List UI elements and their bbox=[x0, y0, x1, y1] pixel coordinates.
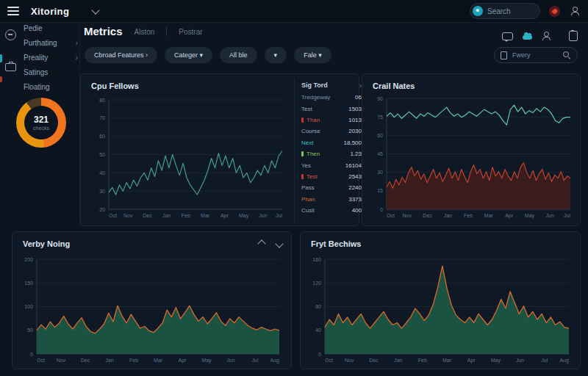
svg-text:30: 30 bbox=[99, 189, 105, 194]
svg-text:Jan: Jan bbox=[162, 213, 171, 218]
stat-marker bbox=[301, 174, 304, 179]
location-icon bbox=[473, 6, 483, 16]
svg-text:Nov: Nov bbox=[123, 213, 133, 218]
stat-value: 06 bbox=[355, 94, 362, 101]
filter-input-wrap bbox=[494, 47, 578, 63]
svg-text:40: 40 bbox=[99, 170, 105, 176]
panel-fryt: Fryt Bechiws 16012080400OctNovDecJanFebM… bbox=[300, 231, 581, 369]
svg-text:80: 80 bbox=[315, 304, 321, 309]
alert-icon[interactable] bbox=[549, 6, 560, 17]
sidebar-item-label: Purthating bbox=[24, 39, 57, 47]
stats-header: Sig Tord › bbox=[301, 79, 362, 92]
menu-icon[interactable] bbox=[7, 7, 19, 15]
fryt-chart-svg: 16012080400OctNovDecJanFebMarAprMayJunJu… bbox=[307, 256, 573, 364]
stat-row[interactable]: Test2543 bbox=[301, 171, 362, 182]
sidebar-menu: PediePurthating›Preality›SatingsFloating bbox=[24, 21, 78, 94]
filter-chip-2[interactable]: All ble bbox=[220, 47, 257, 63]
stat-label: Cusil bbox=[301, 207, 315, 214]
verby-chart-svg: 200150100500OctNovDecJanFebMarAprMayJunJ… bbox=[19, 256, 284, 364]
svg-text:Nov: Nov bbox=[345, 358, 354, 363]
svg-text:Mar: Mar bbox=[154, 358, 163, 363]
stat-value: 2030 bbox=[348, 128, 362, 134]
brand-chevron-down-icon[interactable] bbox=[92, 6, 100, 14]
svg-text:50: 50 bbox=[99, 152, 105, 157]
stats-panel: Sig Tord › Tredgeway06Test1503Than1013Co… bbox=[294, 79, 362, 223]
tools-icon[interactable] bbox=[5, 63, 16, 71]
svg-text:Feb: Feb bbox=[182, 213, 190, 218]
filter-chip-4[interactable]: Fale ▾ bbox=[294, 47, 331, 63]
svg-text:May: May bbox=[239, 213, 249, 219]
stat-row[interactable]: Cusil400 bbox=[301, 205, 362, 216]
chat-icon[interactable] bbox=[502, 32, 513, 40]
chevron-up-icon[interactable] bbox=[257, 239, 265, 247]
tab-alston[interactable]: Alston bbox=[135, 28, 155, 37]
red-edge-marker bbox=[0, 76, 2, 82]
stat-row[interactable]: Yes16104 bbox=[301, 159, 362, 170]
panel-crail: Crail Nates 9075604530150OctNovDecJanFeb… bbox=[362, 73, 581, 226]
stat-marker bbox=[301, 151, 304, 156]
svg-text:Dec: Dec bbox=[143, 213, 152, 218]
stat-value: 2240 bbox=[348, 184, 362, 191]
cloud-icon[interactable] bbox=[523, 35, 532, 40]
svg-text:20: 20 bbox=[99, 207, 105, 212]
cpu-chart-svg: 80706050403020OctNovDecJanFebMarAprMayJu… bbox=[91, 96, 287, 220]
stat-row[interactable]: Test1503 bbox=[301, 103, 362, 114]
sidebar-item-0[interactable]: Pedie bbox=[24, 21, 78, 35]
svg-text:Jun: Jun bbox=[259, 213, 267, 218]
svg-text:May: May bbox=[201, 358, 212, 364]
stat-row[interactable]: Tredgeway06 bbox=[301, 92, 362, 103]
stat-value: 16104 bbox=[345, 162, 362, 169]
stat-value: 2543 bbox=[348, 173, 362, 180]
tab-postrar[interactable]: Postrar bbox=[179, 28, 202, 37]
search-icon[interactable] bbox=[563, 51, 571, 59]
stat-label: Test bbox=[301, 106, 312, 112]
stat-row[interactable]: Then1.23 bbox=[301, 148, 362, 159]
svg-text:0: 0 bbox=[318, 352, 321, 357]
stat-label: Test bbox=[301, 173, 318, 180]
svg-text:May: May bbox=[491, 358, 501, 364]
stats-title: Sig Tord bbox=[301, 82, 328, 89]
sidebar-item-1[interactable]: Purthating› bbox=[24, 35, 78, 50]
svg-text:Jun: Jun bbox=[226, 358, 234, 363]
filter-chip-1[interactable]: Categer ▾ bbox=[165, 47, 212, 63]
svg-text:Apr: Apr bbox=[220, 213, 229, 219]
svg-text:90: 90 bbox=[377, 96, 383, 101]
donut-value: 321 bbox=[34, 115, 49, 125]
chevron-down-icon[interactable] bbox=[275, 239, 283, 247]
stat-row[interactable]: Phan3373 bbox=[301, 194, 362, 205]
stat-row[interactable]: Course2030 bbox=[301, 126, 362, 137]
global-search[interactable]: Search bbox=[470, 3, 540, 19]
stat-label: Tredgeway bbox=[301, 94, 330, 101]
filter-input[interactable] bbox=[511, 51, 559, 59]
svg-text:Jul: Jul bbox=[541, 358, 548, 363]
svg-text:May: May bbox=[525, 213, 535, 219]
dashboard-icon[interactable] bbox=[5, 29, 16, 40]
stat-row[interactable]: Next18,500 bbox=[301, 137, 362, 148]
stat-row[interactable]: Than1013 bbox=[301, 115, 362, 126]
svg-text:Jul: Jul bbox=[252, 358, 259, 363]
svg-text:Oct: Oct bbox=[325, 358, 333, 363]
stat-value: 1.23 bbox=[350, 151, 362, 157]
stat-label: Next bbox=[301, 140, 313, 146]
filter-chip-0[interactable]: Cbroad Features › bbox=[85, 47, 157, 63]
sidebar-item-2[interactable]: Preality› bbox=[24, 50, 78, 65]
user-icon[interactable] bbox=[570, 7, 579, 15]
account-icon[interactable] bbox=[542, 32, 551, 40]
svg-text:45: 45 bbox=[377, 151, 383, 156]
sidebar-item-4[interactable]: Floating bbox=[24, 79, 78, 94]
svg-text:Mar: Mar bbox=[484, 213, 494, 218]
chevron-right-icon: › bbox=[76, 39, 78, 47]
stat-row[interactable]: Pass2240 bbox=[301, 182, 362, 193]
filter-chip-3[interactable]: ▾ bbox=[265, 47, 287, 63]
panel-verby-controls bbox=[259, 241, 282, 247]
stat-label: Then bbox=[301, 151, 320, 157]
svg-text:30: 30 bbox=[377, 170, 383, 175]
svg-text:Oct: Oct bbox=[109, 213, 117, 218]
sidebar-item-3[interactable]: Satings bbox=[24, 65, 78, 79]
panel-fryt-title: Fryt Bechiws bbox=[311, 239, 361, 248]
svg-text:Jun: Jun bbox=[516, 358, 524, 363]
svg-text:60: 60 bbox=[377, 133, 383, 138]
clipboard-icon[interactable] bbox=[569, 31, 578, 41]
svg-text:Apr: Apr bbox=[505, 213, 514, 219]
svg-text:40: 40 bbox=[315, 328, 321, 333]
